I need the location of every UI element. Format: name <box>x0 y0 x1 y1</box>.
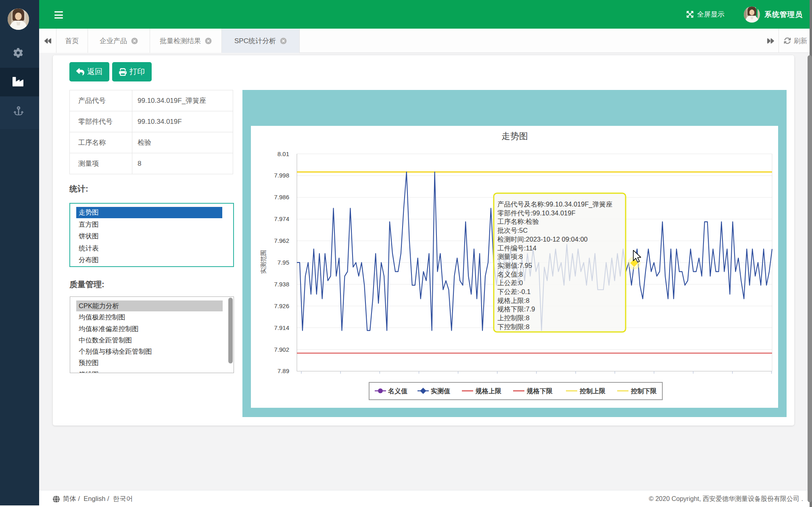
svg-text:规格上限:8: 规格上限:8 <box>497 297 530 304</box>
svg-text:批次号:5C: 批次号:5C <box>497 227 528 234</box>
svg-text:走势图: 走势图 <box>501 131 528 141</box>
svg-text:实测值: 实测值 <box>431 388 450 394</box>
svg-text:名义值:8: 名义值:8 <box>497 271 523 278</box>
svg-text:7.95: 7.95 <box>278 259 289 266</box>
svg-text:7.89: 7.89 <box>278 367 289 374</box>
svg-text:零部件代号:99.10.34.019F: 零部件代号:99.10.34.019F <box>497 209 576 217</box>
svg-text:7.998: 7.998 <box>274 172 289 179</box>
svg-text:8.01: 8.01 <box>278 150 289 157</box>
svg-text:7.938: 7.938 <box>274 281 289 288</box>
svg-text:工序名称:检验: 工序名称:检验 <box>497 218 539 225</box>
svg-text:下公差:-0.1: 下公差:-0.1 <box>497 288 531 295</box>
svg-text:检测时间:2023-10-12 09:04:00: 检测时间:2023-10-12 09:04:00 <box>497 236 588 243</box>
svg-text:名义值: 名义值 <box>388 388 407 394</box>
svg-text:规格下限: 规格下限 <box>526 388 553 394</box>
svg-text:7.914: 7.914 <box>274 324 289 331</box>
svg-text:工件编号:114: 工件编号:114 <box>497 244 536 252</box>
svg-text:实测范围: 实测范围 <box>260 250 267 274</box>
svg-text:控制上限: 控制上限 <box>579 388 605 394</box>
svg-text:7.962: 7.962 <box>274 237 289 244</box>
svg-text:7.926: 7.926 <box>274 303 289 309</box>
svg-text:上公差:0: 上公差:0 <box>497 279 523 286</box>
svg-text:产品代号及名称:99.10.34.019F_弹簧座: 产品代号及名称:99.10.34.019F_弹簧座 <box>497 200 613 208</box>
svg-text:控制下限: 控制下限 <box>630 388 657 394</box>
svg-text:实测值:7.95: 实测值:7.95 <box>497 262 532 269</box>
svg-text:规格下限:7.9: 规格下限:7.9 <box>497 305 535 313</box>
svg-text:下控制限:8: 下控制限:8 <box>497 323 530 330</box>
svg-text:测量项:8: 测量项:8 <box>497 253 523 260</box>
svg-text:规格上限: 规格上限 <box>475 388 501 394</box>
svg-text:7.974: 7.974 <box>274 215 289 222</box>
svg-text:7.902: 7.902 <box>274 346 289 353</box>
svg-text:7.986: 7.986 <box>274 194 289 200</box>
svg-text:上控制限:8: 上控制限:8 <box>497 314 530 321</box>
